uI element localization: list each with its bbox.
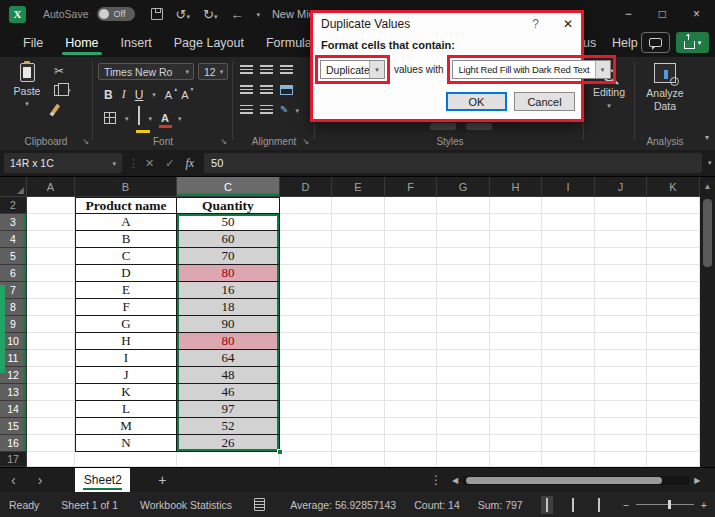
zoom-out-button[interactable]: −: [623, 499, 629, 511]
cell-F17[interactable]: [385, 452, 437, 467]
tab-home[interactable]: Home: [54, 28, 109, 57]
cell-B16[interactable]: N: [75, 435, 177, 452]
cell-C16[interactable]: 26: [177, 435, 280, 452]
cell-D3[interactable]: [280, 214, 332, 231]
fill-color-chevron-icon[interactable]: ▾: [149, 115, 153, 122]
dialog-help-button[interactable]: ?: [532, 17, 539, 31]
cell-C10[interactable]: 80: [177, 333, 280, 350]
cell-K16[interactable]: [647, 435, 700, 452]
cell-D7[interactable]: [280, 282, 332, 299]
col-header-K[interactable]: K: [647, 177, 700, 197]
cell-I4[interactable]: [542, 231, 595, 248]
align-top-button[interactable]: [240, 65, 253, 75]
cut-button[interactable]: ✂: [54, 65, 64, 77]
cell-I15[interactable]: [542, 418, 595, 435]
cell-H15[interactable]: [490, 418, 542, 435]
cell-I5[interactable]: [542, 248, 595, 265]
cell-A6[interactable]: [27, 265, 75, 282]
insert-function-button[interactable]: fx: [185, 156, 194, 171]
cell-I10[interactable]: [542, 333, 595, 350]
cell-A16[interactable]: [27, 435, 75, 452]
font-color-button[interactable]: A: [161, 113, 169, 124]
cell-F7[interactable]: [385, 282, 437, 299]
align-center-button[interactable]: [260, 85, 273, 95]
ok-button[interactable]: OK: [446, 92, 507, 111]
cell-J5[interactable]: [595, 248, 647, 265]
cell-K5[interactable]: [647, 248, 700, 265]
excel-logo-icon[interactable]: X: [9, 6, 26, 23]
formula-input[interactable]: 50: [204, 153, 702, 173]
cell-H3[interactable]: [490, 214, 542, 231]
comments-button[interactable]: [641, 32, 670, 53]
cell-E14[interactable]: [332, 401, 385, 418]
cell-H11[interactable]: [490, 350, 542, 367]
cell-E16[interactable]: [332, 435, 385, 452]
close-button[interactable]: ×: [693, 7, 700, 21]
cell-J16[interactable]: [595, 435, 647, 452]
cell-F2[interactable]: [385, 197, 437, 214]
row-header-14[interactable]: 14: [0, 401, 27, 418]
cell-G2[interactable]: [437, 197, 490, 214]
cell-G10[interactable]: [437, 333, 490, 350]
orientation-chevron-icon[interactable]: ▾: [295, 107, 299, 114]
cell-J14[interactable]: [595, 401, 647, 418]
cell-B9[interactable]: G: [75, 316, 177, 333]
cell-K4[interactable]: [647, 231, 700, 248]
cell-J7[interactable]: [595, 282, 647, 299]
cell-H13[interactable]: [490, 384, 542, 401]
cell-C12[interactable]: 48: [177, 367, 280, 384]
cell-G9[interactable]: [437, 316, 490, 333]
cell-I6[interactable]: [542, 265, 595, 282]
cell-C2[interactable]: Quantity: [177, 197, 280, 214]
cell-K11[interactable]: [647, 350, 700, 367]
cell-J4[interactable]: [595, 231, 647, 248]
cancel-entry-button[interactable]: ✕: [145, 157, 154, 170]
format-style-dropdown[interactable]: Light Red Fill with Dark Red Text ▾: [452, 60, 610, 79]
col-header-G[interactable]: G: [437, 177, 490, 197]
align-bottom-button[interactable]: [280, 65, 293, 75]
cell-E2[interactable]: [332, 197, 385, 214]
cell-B12[interactable]: J: [75, 367, 177, 384]
cell-F11[interactable]: [385, 350, 437, 367]
font-dialog-launcher[interactable]: ↘: [220, 138, 227, 146]
col-header-J[interactable]: J: [595, 177, 647, 197]
cell-G12[interactable]: [437, 367, 490, 384]
cell-C17[interactable]: [177, 452, 280, 467]
cell-H9[interactable]: [490, 316, 542, 333]
zoom-slider-thumb[interactable]: [668, 500, 671, 509]
cell-K6[interactable]: [647, 265, 700, 282]
cell-H4[interactable]: [490, 231, 542, 248]
next-sheet-button[interactable]: ›: [27, 472, 54, 488]
cell-I17[interactable]: [542, 452, 595, 467]
bold-button[interactable]: B: [104, 88, 113, 102]
cell-H14[interactable]: [490, 401, 542, 418]
cell-B5[interactable]: C: [75, 248, 177, 265]
redo-button[interactable]: ↻▾: [203, 7, 217, 22]
row-header-16[interactable]: 16: [0, 435, 27, 452]
cell-A5[interactable]: [27, 248, 75, 265]
previous-sheet-button[interactable]: ‹: [0, 472, 27, 488]
cell-J13[interactable]: [595, 384, 647, 401]
maximize-button[interactable]: □: [659, 7, 666, 21]
vertical-scrollbar[interactable]: ▲: [700, 177, 715, 467]
shrink-font-button[interactable]: A: [181, 89, 188, 101]
cell-F4[interactable]: [385, 231, 437, 248]
cell-I8[interactable]: [542, 299, 595, 316]
workbook-statistics-button[interactable]: Workbook Statistics: [140, 499, 232, 511]
page-layout-view-button[interactable]: [567, 496, 579, 514]
row-header-15[interactable]: 15: [0, 418, 27, 435]
cell-G11[interactable]: [437, 350, 490, 367]
cell-H6[interactable]: [490, 265, 542, 282]
cell-A11[interactable]: [27, 350, 75, 367]
cell-A7[interactable]: [27, 282, 75, 299]
cell-K17[interactable]: [647, 452, 700, 467]
autosave-toggle[interactable]: Off: [97, 7, 135, 21]
cell-G8[interactable]: [437, 299, 490, 316]
zoom-in-button[interactable]: +: [701, 499, 707, 511]
cell-A12[interactable]: [27, 367, 75, 384]
cell-H5[interactable]: [490, 248, 542, 265]
cell-J3[interactable]: [595, 214, 647, 231]
cell-G3[interactable]: [437, 214, 490, 231]
cell-G17[interactable]: [437, 452, 490, 467]
cell-H10[interactable]: [490, 333, 542, 350]
